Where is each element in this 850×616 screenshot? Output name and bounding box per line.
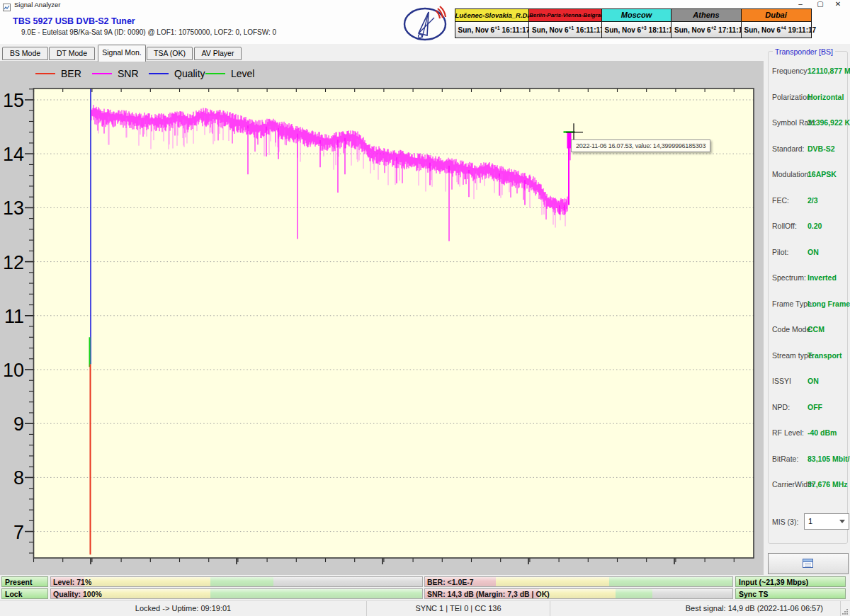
- status-badge-lock: Lock: [1, 588, 48, 599]
- clock-city-label: Moscow: [602, 9, 672, 22]
- clock-city-label: Lučenec-Slovakia_R.Dávid: [455, 9, 529, 22]
- clock-time: Sun, Nov 6+116:11:17: [455, 22, 529, 38]
- transponder-value: 37,676 MHz: [808, 480, 848, 489]
- mis-row: MIS (3): 1: [769, 513, 847, 530]
- meter-bar-quality: Quality: 100%: [50, 588, 423, 599]
- svg-text:7: 7: [13, 522, 24, 543]
- transponder-row: Symbol Rate:31396,922 KS/s: [769, 118, 847, 128]
- tuner-title: TBS 5927 USB DVB-S2 Tuner: [13, 16, 135, 26]
- transponder-value: OFF: [808, 403, 822, 411]
- transponder-label: Modulation:: [772, 170, 810, 178]
- transponder-row: Frequency:12110,877 MHz: [769, 67, 847, 76]
- transponder-row: Modulation:16APSK: [769, 170, 847, 180]
- transponder-row: Standard:DVB-S2: [769, 144, 847, 154]
- clock-time: Sun, Nov 6+419:11:17: [742, 22, 811, 38]
- transponder-group-title: Transponder [BS]: [773, 47, 835, 56]
- clock-lu-enec-slovakia-r-d-vid: Lučenec-Slovakia_R.DávidSun, Nov 6+116:1…: [455, 8, 530, 38]
- transponder-value: 12110,877 MHz: [808, 67, 850, 75]
- meter-row: PresentLevel: 71%BER: <1.0E-7Input (~21,…: [0, 576, 850, 587]
- clock-time: Sun, Nov 6+116:11:17: [529, 22, 601, 38]
- transponder-label: FEC:: [772, 196, 789, 205]
- transponder-row: Stream type:Transport: [769, 351, 847, 361]
- meter-bar-level: Level: 71%: [50, 576, 423, 587]
- transponder-value: ON: [808, 248, 819, 256]
- snr-chart[interactable]: 151413121110987: [0, 61, 764, 575]
- clock-city-label: Athens: [672, 9, 741, 22]
- svg-text:15: 15: [3, 90, 24, 111]
- mis-label: MIS (3):: [772, 518, 798, 526]
- transponder-value: -40 dBm: [808, 428, 837, 437]
- transponder-label: Frequency:: [772, 67, 810, 75]
- transponder-value: ON: [808, 377, 819, 385]
- world-clocks: Lučenec-Slovakia_R.DávidSun, Nov 6+116:1…: [455, 8, 812, 38]
- transponder-label: RollOff:: [772, 222, 797, 230]
- clock-time: Sun, Nov 6+217:11:17: [672, 22, 741, 38]
- transponder-value: Transport: [808, 351, 842, 360]
- clock-time: Sun, Nov 6+318:11:17: [602, 22, 672, 38]
- mis-selected-value: 1: [808, 517, 812, 525]
- tab-bs-mode[interactable]: BS Mode: [2, 47, 48, 60]
- clock-berlin-paris-vienna-belgrade: Berlin-Paris-Vienna-BelgradeSun, Nov 6+1…: [528, 8, 602, 38]
- chart-tooltip: 2022-11-06 16.07.53, value: 14,399999618…: [571, 139, 710, 152]
- svg-text:13: 13: [3, 198, 24, 219]
- svg-text:8: 8: [13, 467, 24, 489]
- meter-bar-quality-text: Quality: 100%: [53, 589, 102, 599]
- transponder-label: BitRate:: [772, 455, 798, 463]
- svg-text:11: 11: [4, 306, 24, 327]
- transponder-value: 31396,922 KS/s: [808, 118, 850, 127]
- transponder-row: Pilot:ON: [769, 248, 847, 258]
- transponder-value: 16APSK: [808, 170, 837, 178]
- satellite-dish-logo-icon: [399, 2, 451, 43]
- clock-city-label: Dubai: [742, 9, 811, 22]
- resize-grip[interactable]: [842, 609, 848, 615]
- transponder-value: CCM: [808, 325, 824, 333]
- transponder-row: Spectrum:Inverted: [769, 273, 847, 283]
- transponder-row: BitRate:83,105 Mbit/s: [769, 455, 847, 464]
- meter-bar-snr: SNR: 14,3 dB (Margin: 7,3 dB | OK): [424, 588, 733, 599]
- window-title: Signal Analyzer: [14, 1, 60, 8]
- signal-chart-panel[interactable]: BERSNRQualityLevel 151413121110987 2022-…: [0, 61, 764, 575]
- transponder-row: NPD:OFF: [769, 403, 847, 413]
- transponder-label: Spectrum:: [772, 273, 806, 282]
- clock-moscow: MoscowSun, Nov 6+318:11:17: [601, 8, 672, 38]
- transponder-value: 2/3: [808, 196, 818, 205]
- maximize-button[interactable]: ▢: [812, 0, 828, 11]
- statusbar-segment-2: Best signal: 14,9 dB (2022-11-06 06:57): [550, 601, 841, 616]
- statusbar: Locked -> Uptime: 09:19:01SYNC 1 | TEI 0…: [0, 600, 850, 616]
- tab-av-player[interactable]: AV Player: [194, 47, 242, 60]
- tooltip-text: 2022-11-06 16.07.53, value: 14,399999618…: [576, 142, 706, 149]
- meter-row: LockQuality: 100%SNR: 14,3 dB (Margin: 7…: [0, 588, 850, 599]
- meter-bar-level-text: Level: 71%: [53, 577, 91, 587]
- transponder-row: ISSYION: [769, 377, 847, 387]
- transponder-label: ISSYI: [772, 377, 791, 385]
- mis-select[interactable]: 1: [804, 513, 849, 530]
- transponder-value: Inverted: [808, 273, 837, 282]
- signal-meters: PresentLevel: 71%BER: <1.0E-7Input (~21,…: [0, 575, 850, 600]
- clock-dubai: DubaiSun, Nov 6+419:11:17: [741, 8, 812, 38]
- transponder-label: Pilot:: [772, 248, 788, 256]
- svg-text:9: 9: [13, 413, 24, 435]
- tab-tsa-ok-[interactable]: TSA (OK): [147, 47, 193, 60]
- transponder-row: CarrierWidth:37,676 MHz: [769, 480, 847, 490]
- transponder-row: Code Mode:CCM: [769, 325, 847, 335]
- header: TBS 5927 USB DVB-S2 Tuner 9.0E - Eutelsa…: [0, 11, 850, 44]
- clock-city-label: Berlin-Paris-Vienna-Belgrade: [529, 9, 601, 22]
- transponder-value: 83,105 Mbit/s: [808, 455, 850, 463]
- mode-tabs: BS ModeDT ModeSignal Mon.TSA (OK)AV Play…: [0, 44, 850, 61]
- meter-bar-ber-text: BER: <1.0E-7: [427, 577, 474, 587]
- transponder-row: RF Level:-40 dBm: [769, 428, 847, 438]
- ts-details-button[interactable]: [768, 553, 849, 574]
- tab-dt-mode[interactable]: DT Mode: [49, 47, 95, 60]
- transponder-value: Long Frame: [808, 300, 850, 308]
- transponder-groupbox: Transponder [BS] Frequency:12110,877 MHz…: [768, 51, 848, 544]
- tuner-subtitle: 9.0E - Eutelsat 9B/Ka-Sat 9A (ID: 0090) …: [21, 28, 276, 36]
- transponder-value: 0.20: [808, 222, 822, 230]
- transponder-panel: Transponder [BS] Frequency:12110,877 MHz…: [765, 44, 850, 575]
- tab-signal-mon-[interactable]: Signal Mon.: [98, 45, 146, 62]
- status-badge-input: Input (~21,39 Mbps): [735, 576, 846, 587]
- app-icon: [3, 1, 11, 9]
- transponder-row: Polarization:Horizontal: [769, 93, 847, 103]
- svg-text:14: 14: [3, 144, 24, 165]
- close-button[interactable]: ✕: [830, 0, 846, 11]
- status-badge-sync-ts: Sync TS: [735, 588, 846, 599]
